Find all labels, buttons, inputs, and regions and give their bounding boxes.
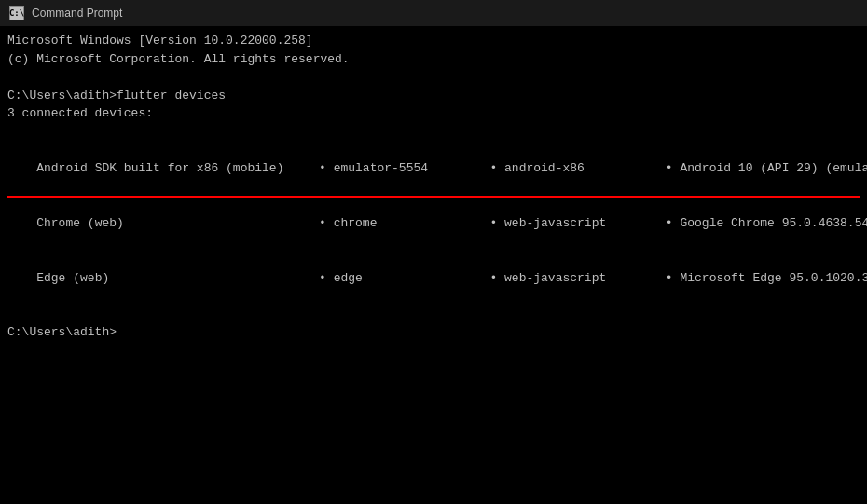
edge-id: edge: [334, 269, 483, 288]
line-command[interactable]: C:\Users\adith>flutter devices: [7, 87, 860, 105]
line-copyright: (c) Microsoft Corporation. All rights re…: [7, 50, 860, 69]
title-bar: C:\ Command Prompt: [0, 0, 867, 26]
device-row-edge: Edge (web) • edge • web-javascript • Mic…: [7, 251, 860, 306]
title-bar-icon: C:\: [9, 6, 24, 20]
edge-desc: Microsoft Edge 95.0.1020.30: [680, 271, 867, 285]
edge-name: Edge (web): [36, 269, 311, 288]
chrome-type: web-javascript: [504, 214, 658, 233]
line-connected: 3 connected devices:: [7, 104, 860, 123]
chrome-desc: Google Chrome 95.0.4638.54: [680, 216, 867, 230]
line-blank1: [7, 68, 860, 87]
android-name: Android SDK built for x86 (mobile): [36, 159, 311, 178]
chrome-id: chrome: [334, 214, 483, 233]
android-type: android-x86: [504, 159, 658, 178]
device-row-chrome: Chrome (web) • chrome • web-javascript •…: [7, 197, 860, 252]
terminal-body: Microsoft Windows [Version 10.0.22000.25…: [0, 26, 867, 347]
line-blank3: [7, 306, 860, 324]
chrome-name: Chrome (web): [36, 214, 311, 233]
title-bar-title: Command Prompt: [32, 7, 122, 20]
android-desc: Android 10 (API 29) (emulator): [680, 161, 867, 175]
edge-type: web-javascript: [504, 269, 658, 288]
device-row-android: Android SDK built for x86 (mobile) • emu…: [7, 141, 860, 197]
android-id: emulator-5554: [334, 159, 483, 178]
line-version: Microsoft Windows [Version 10.0.22000.25…: [7, 32, 860, 50]
line-blank2: [7, 123, 860, 142]
prompt-line[interactable]: C:\Users\adith>: [7, 323, 860, 342]
